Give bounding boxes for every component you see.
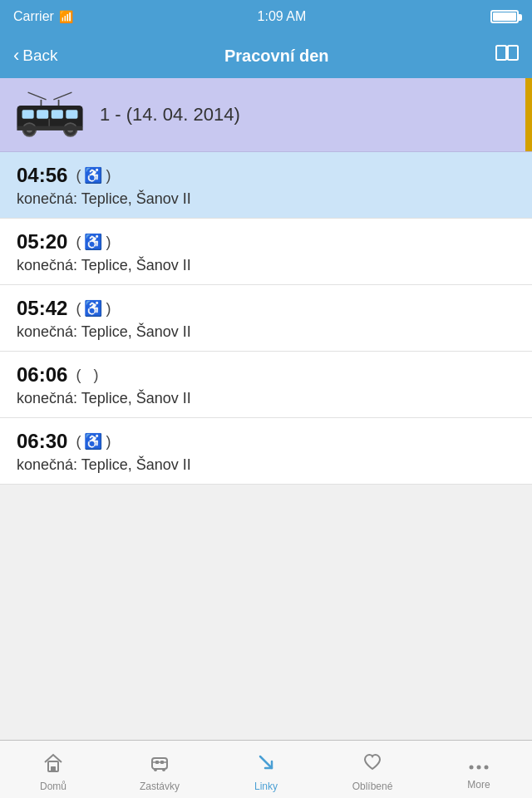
- destination-label: konečná:: [17, 390, 77, 406]
- departure-entry[interactable]: 06:06( )konečná: Teplice, Šanov II: [0, 352, 532, 418]
- favorites-tab-label: Oblíbené: [352, 781, 393, 792]
- departure-time: 06:30: [17, 430, 67, 453]
- favorites-tab-icon: [362, 751, 383, 778]
- book-icon[interactable]: [495, 44, 519, 67]
- svg-point-24: [154, 768, 157, 771]
- lines-tab-label: Linky: [254, 781, 278, 792]
- svg-line-5: [53, 92, 71, 100]
- departure-destination-row: konečná: Teplice, Šanov II: [17, 257, 515, 274]
- departure-time: 06:06: [17, 363, 67, 387]
- wheelchair-icon: ♿: [84, 432, 102, 451]
- destination-name: Teplice, Šanov II: [81, 390, 191, 406]
- wifi-icon: 📶: [59, 10, 73, 23]
- departure-accessibility: ( ♿ ): [76, 299, 111, 318]
- departure-time-row: 05:42( ♿ ): [17, 297, 515, 320]
- tab-item-stops[interactable]: Zastávky: [106, 741, 213, 798]
- departure-time: 05:42: [17, 297, 67, 320]
- svg-rect-20: [51, 766, 56, 771]
- svg-rect-0: [496, 46, 506, 60]
- departure-entry[interactable]: 04:56( ♿ )konečná: Teplice, Šanov II: [0, 152, 532, 219]
- carrier-label: Carrier: [13, 9, 54, 24]
- departure-entry[interactable]: 06:30( ♿ )konečná: Teplice, Šanov II: [0, 418, 532, 485]
- status-time: 1:09 AM: [258, 9, 307, 24]
- tab-item-home[interactable]: Domů: [0, 741, 106, 798]
- destination-label: konečná:: [17, 257, 77, 273]
- departure-time-row: 06:06( ): [17, 363, 515, 387]
- departure-accessibility: ( ♿ ): [76, 233, 111, 251]
- departure-destination-row: konečná: Teplice, Šanov II: [17, 190, 515, 208]
- tab-item-lines[interactable]: Linky: [213, 741, 319, 798]
- svg-point-25: [162, 768, 165, 771]
- stops-tab-label: Zastávky: [140, 781, 180, 792]
- svg-point-27: [470, 766, 474, 770]
- tab-item-favorites[interactable]: Oblíbené: [319, 741, 426, 798]
- svg-rect-18: [17, 126, 82, 131]
- trolleybus-icon: [13, 90, 86, 140]
- home-tab-label: Domů: [40, 781, 66, 792]
- route-info-text: 1 - (14. 04. 2014): [100, 104, 240, 126]
- svg-rect-10: [37, 110, 48, 119]
- back-chevron-icon: ‹: [13, 47, 19, 65]
- departure-accessibility: ( ): [76, 367, 98, 384]
- destination-name: Teplice, Šanov II: [81, 257, 191, 273]
- wheelchair-icon: ♿: [84, 166, 102, 185]
- departure-destination-row: konečná: Teplice, Šanov II: [17, 390, 515, 407]
- more-tab-label: More: [467, 779, 490, 791]
- departure-destination-row: konečná: Teplice, Šanov II: [17, 323, 515, 341]
- battery-icon: [490, 10, 519, 23]
- departure-time-row: 06:30( ♿ ): [17, 430, 515, 453]
- departure-entry[interactable]: 05:42( ♿ )konečná: Teplice, Šanov II: [0, 285, 532, 352]
- svg-rect-9: [22, 110, 34, 119]
- lines-tab-icon: [255, 751, 277, 778]
- more-tab-icon: [468, 753, 490, 776]
- departure-destination-row: konečná: Teplice, Šanov II: [17, 456, 515, 474]
- stops-tab-icon: [149, 751, 170, 778]
- back-label: Back: [22, 47, 57, 65]
- departures-list: 04:56( ♿ )konečná: Teplice, Šanov II05:2…: [0, 152, 532, 744]
- home-tab-icon: [42, 751, 64, 778]
- departure-accessibility: ( ♿ ): [76, 166, 111, 185]
- departure-accessibility: ( ♿ ): [76, 432, 111, 451]
- svg-point-28: [477, 766, 481, 770]
- wheelchair-icon: ♿: [84, 299, 102, 318]
- tab-item-more[interactable]: More: [426, 741, 532, 798]
- destination-name: Teplice, Šanov II: [81, 456, 191, 473]
- departure-entry[interactable]: 05:20( ♿ )konečná: Teplice, Šanov II: [0, 219, 532, 285]
- status-bar: Carrier 📶 1:09 AM: [0, 0, 532, 33]
- carrier-wifi: Carrier 📶: [13, 9, 73, 24]
- departure-time-row: 04:56( ♿ ): [17, 164, 515, 187]
- destination-label: konečná:: [17, 190, 77, 207]
- departure-time: 04:56: [17, 164, 67, 187]
- svg-rect-1: [508, 46, 518, 60]
- departure-time: 05:20: [17, 230, 67, 254]
- svg-point-29: [485, 766, 489, 770]
- svg-rect-12: [66, 110, 77, 119]
- nav-title: Pracovní den: [224, 47, 329, 66]
- destination-label: konečná:: [17, 456, 77, 473]
- departure-time-row: 05:20( ♿ ): [17, 230, 515, 254]
- nav-bar: ‹ Back Pracovní den: [0, 33, 532, 78]
- back-button[interactable]: ‹ Back: [13, 47, 58, 65]
- svg-rect-11: [52, 110, 63, 119]
- route-accent-bar: [525, 78, 532, 151]
- destination-name: Teplice, Šanov II: [81, 323, 191, 340]
- destination-name: Teplice, Šanov II: [81, 190, 191, 207]
- wheelchair-icon: ♿: [84, 233, 102, 251]
- svg-line-4: [28, 92, 47, 100]
- svg-rect-21: [152, 758, 167, 769]
- route-header: 1 - (14. 04. 2014): [0, 78, 532, 152]
- destination-label: konečná:: [17, 323, 77, 340]
- tab-bar: DomůZastávkyLinkyOblíbenéMore: [0, 740, 532, 798]
